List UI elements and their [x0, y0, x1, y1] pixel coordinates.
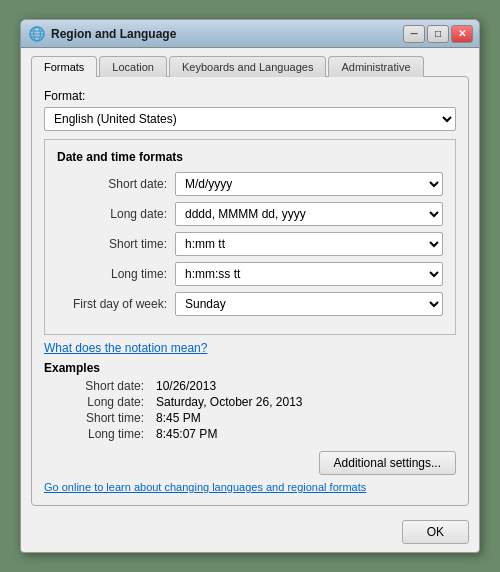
- long-date-row: Long date: dddd, MMMM dd, yyyy: [57, 202, 443, 226]
- tab-formats[interactable]: Formats: [31, 56, 97, 77]
- tab-administrative[interactable]: Administrative: [328, 56, 423, 77]
- example-short-time-value: 8:45 PM: [156, 411, 201, 425]
- tab-keyboards[interactable]: Keyboards and Languages: [169, 56, 327, 77]
- window: Region and Language ─ □ ✕ Formats Locati…: [20, 19, 480, 553]
- short-date-label: Short date:: [57, 177, 167, 191]
- example-short-date: Short date: 10/26/2013: [44, 379, 456, 393]
- short-date-row: Short date: M/d/yyyy: [57, 172, 443, 196]
- long-time-row: Long time: h:mm:ss tt: [57, 262, 443, 286]
- main-content: Formats Location Keyboards and Languages…: [21, 48, 479, 516]
- long-time-label: Long time:: [57, 267, 167, 281]
- long-date-select[interactable]: dddd, MMMM dd, yyyy: [175, 202, 443, 226]
- tab-content-formats: Format: English (United States) Date and…: [31, 76, 469, 506]
- ok-button[interactable]: OK: [402, 520, 469, 544]
- title-bar: Region and Language ─ □ ✕: [21, 20, 479, 48]
- first-day-select[interactable]: Sunday: [175, 292, 443, 316]
- notation-link[interactable]: What does the notation mean?: [44, 341, 456, 355]
- title-bar-left: Region and Language: [29, 26, 176, 42]
- example-long-date-label: Long date:: [44, 395, 144, 409]
- short-time-row: Short time: h:mm tt: [57, 232, 443, 256]
- additional-settings-button[interactable]: Additional settings...: [319, 451, 456, 475]
- long-time-select[interactable]: h:mm:ss tt: [175, 262, 443, 286]
- example-long-time-value: 8:45:07 PM: [156, 427, 217, 441]
- example-long-time: Long time: 8:45:07 PM: [44, 427, 456, 441]
- datetime-section: Date and time formats Short date: M/d/yy…: [44, 139, 456, 335]
- example-long-date-value: Saturday, October 26, 2013: [156, 395, 303, 409]
- example-short-date-label: Short date:: [44, 379, 144, 393]
- examples-title: Examples: [44, 361, 456, 375]
- first-day-row: First day of week: Sunday: [57, 292, 443, 316]
- example-long-time-label: Long time:: [44, 427, 144, 441]
- tab-bar: Formats Location Keyboards and Languages…: [31, 56, 469, 77]
- example-long-date: Long date: Saturday, October 26, 2013: [44, 395, 456, 409]
- minimize-button[interactable]: ─: [403, 25, 425, 43]
- short-time-select[interactable]: h:mm tt: [175, 232, 443, 256]
- example-short-time-label: Short time:: [44, 411, 144, 425]
- close-button[interactable]: ✕: [451, 25, 473, 43]
- short-date-select[interactable]: M/d/yyyy: [175, 172, 443, 196]
- tab-location[interactable]: Location: [99, 56, 167, 77]
- example-short-time: Short time: 8:45 PM: [44, 411, 456, 425]
- window-title: Region and Language: [51, 27, 176, 41]
- format-select[interactable]: English (United States): [44, 107, 456, 131]
- long-date-label: Long date:: [57, 207, 167, 221]
- format-section: Format: English (United States): [44, 89, 456, 131]
- maximize-button[interactable]: □: [427, 25, 449, 43]
- format-label: Format:: [44, 89, 456, 103]
- title-buttons: ─ □ ✕: [403, 25, 473, 43]
- examples-section: Examples Short date: 10/26/2013 Long dat…: [44, 361, 456, 441]
- globe-icon: [29, 26, 45, 42]
- additional-btn-row: Additional settings...: [44, 451, 456, 475]
- example-short-date-value: 10/26/2013: [156, 379, 216, 393]
- footer: Additional settings... Go online to lear…: [44, 451, 456, 493]
- dialog-footer: OK: [21, 516, 479, 552]
- short-time-label: Short time:: [57, 237, 167, 251]
- first-day-label: First day of week:: [57, 297, 167, 311]
- learn-link[interactable]: Go online to learn about changing langua…: [44, 481, 456, 493]
- datetime-section-title: Date and time formats: [57, 150, 443, 164]
